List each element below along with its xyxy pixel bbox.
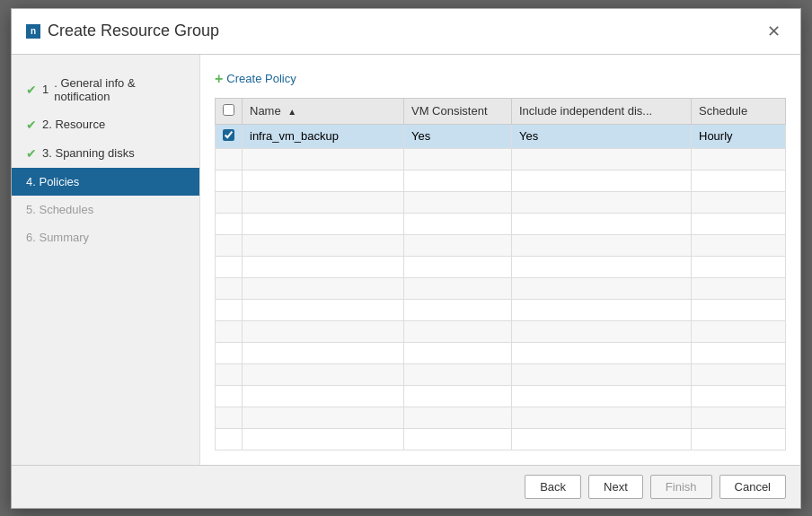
sidebar: ✔ 1. General info & notification ✔ 2. Re… [12,55,200,465]
empty-cell [243,191,404,213]
empty-cell [216,256,243,277]
empty-cell [404,428,512,450]
col-header-checkbox [216,98,243,124]
main-content: + Create Policy Name ▲ VM Consisten [200,55,800,465]
sidebar-step: 3. Spanning disks [42,146,135,160]
empty-cell [243,385,404,407]
empty-cell [692,385,786,407]
next-button[interactable]: Next [588,475,643,499]
sidebar-step: 6. Summary [26,231,89,244]
empty-cell [243,213,404,234]
dialog-title-area: n Create Resource Group [26,22,219,40]
empty-cell [692,407,786,428]
empty-cell [216,320,243,342]
empty-cell [692,320,786,342]
sidebar-item-resource[interactable]: ✔ 2. Resource [12,110,199,139]
empty-cell [512,320,692,342]
empty-cell [692,299,786,320]
empty-cell [243,428,404,450]
empty-cell [216,407,243,428]
empty-cell [512,148,692,170]
empty-cell [243,148,404,170]
col-header-name[interactable]: Name ▲ [243,98,404,124]
empty-cell [243,299,404,320]
empty-cell [404,363,512,385]
empty-cell [692,342,786,363]
empty-cell [404,256,512,277]
empty-cell [243,342,404,363]
sidebar-item-schedules: 5. Schedules [12,196,199,223]
empty-cell [512,407,692,428]
check-icon: ✔ [26,146,37,161]
empty-cell [243,234,404,256]
empty-cell [404,320,512,342]
dialog-body: ✔ 1. General info & notification ✔ 2. Re… [12,55,800,465]
empty-cell [216,170,243,191]
sidebar-step: 4. Policies [26,175,79,188]
empty-cell [216,342,243,363]
table-row [216,277,786,299]
empty-cell [692,363,786,385]
empty-cell [512,234,692,256]
empty-cell [216,299,243,320]
empty-cell [692,256,786,277]
policy-table: Name ▲ VM Consistent Include independent… [215,98,786,450]
empty-cell [512,428,692,450]
table-row [216,320,786,342]
row-independent-disks-cell: Yes [512,124,692,148]
app-logo: n [26,24,40,39]
finish-button: Finish [650,475,712,499]
empty-cell [404,299,512,320]
empty-cell [243,320,404,342]
empty-cell [404,385,512,407]
create-policy-label: Create Policy [226,72,296,85]
table-row [216,234,786,256]
empty-cell [216,277,243,299]
row-schedule-cell: Hourly [692,124,786,148]
dialog-title: Create Resource Group [48,22,219,40]
sidebar-item-spanning[interactable]: ✔ 3. Spanning disks [12,139,199,168]
empty-cell [404,213,512,234]
empty-cell [512,170,692,191]
close-button[interactable]: ✕ [762,20,786,43]
select-all-checkbox[interactable] [223,104,234,116]
table-row [216,191,786,213]
empty-cell [404,342,512,363]
sidebar-step: 2. Resource [42,118,105,131]
empty-cell [216,385,243,407]
dialog-footer: Back Next Finish Cancel [12,465,800,508]
empty-cell [243,407,404,428]
table-row [216,385,786,407]
empty-cell [216,363,243,385]
table-row [216,148,786,170]
sidebar-step: 5. Schedules [26,203,93,216]
col-header-independent-disks: Include independent dis... [512,98,692,124]
row-name-cell: infra_vm_backup [243,124,404,148]
table-row[interactable]: infra_vm_backup Yes Yes Hourly [216,124,786,148]
empty-cell [243,277,404,299]
back-button[interactable]: Back [525,475,581,499]
empty-cell [404,191,512,213]
row-checkbox[interactable] [223,129,234,141]
check-icon: ✔ [26,118,37,132]
sidebar-item-policies[interactable]: 4. Policies [12,168,199,196]
sidebar-item-general[interactable]: ✔ 1. General info & notification [12,69,199,110]
empty-cell [404,234,512,256]
table-row [216,428,786,450]
empty-cell [243,256,404,277]
empty-cell [512,191,692,213]
table-row [216,407,786,428]
empty-cell [512,256,692,277]
create-policy-button[interactable]: + Create Policy [215,69,786,89]
empty-cell [216,213,243,234]
empty-cell [512,277,692,299]
empty-cell [512,342,692,363]
empty-cell [216,191,243,213]
empty-cell [692,191,786,213]
empty-cell [512,213,692,234]
cancel-button[interactable]: Cancel [719,475,786,499]
empty-cell [243,363,404,385]
table-row [216,256,786,277]
table-row [216,299,786,320]
create-resource-group-dialog: n Create Resource Group ✕ ✔ 1. General i… [11,8,801,509]
